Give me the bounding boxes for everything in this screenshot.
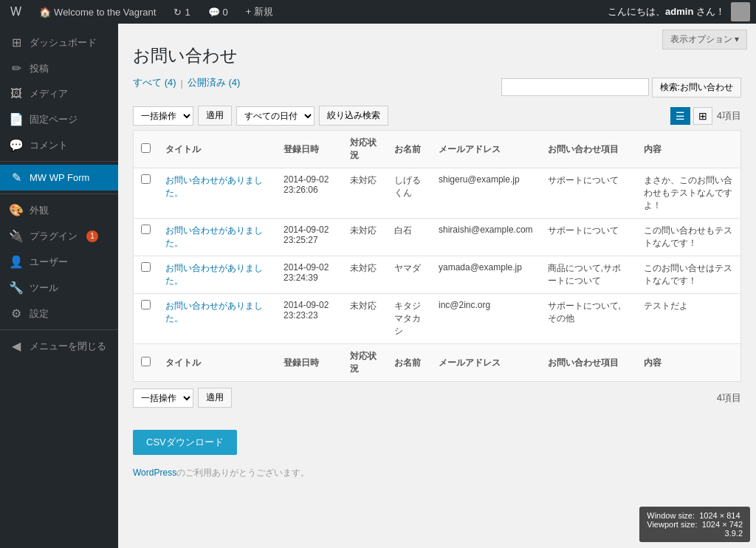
row-checkbox-2[interactable] <box>141 262 151 272</box>
sidebar-label-appearance: 外観 <box>30 204 49 217</box>
item-count-top: 4項目 <box>717 109 741 123</box>
sidebar-label-posts: 投稿 <box>30 62 49 75</box>
sidebar-label-dashboard: ダッシュボード <box>30 36 97 49</box>
row-title-link[interactable]: お問い合わせがありました。 <box>165 263 263 286</box>
wp-logo-button[interactable]: W <box>6 5 26 18</box>
page-title: お問い合わせ <box>133 44 741 67</box>
sidebar-item-media[interactable]: 🖼 メディア <box>0 81 118 106</box>
plugins-icon: 🔌 <box>9 229 24 243</box>
updates-link[interactable]: ↻ 1 <box>169 7 194 18</box>
row-status-cell: 未対応 <box>343 294 387 344</box>
row-checkbox-0[interactable] <box>141 174 151 184</box>
sidebar-item-mwwpform[interactable]: ✎ MW WP Form <box>0 165 118 191</box>
row-title-link[interactable]: お問い合わせがありました。 <box>165 225 263 248</box>
row-subject-cell: サポートについて <box>540 168 636 219</box>
sidebar-item-comments[interactable]: 💬 コメント <box>0 132 118 158</box>
row-title-cell: お問い合わせがありました。 <box>158 256 276 294</box>
csv-section: CSVダウンロード <box>133 430 741 455</box>
sidebar-item-users[interactable]: 👤 ユーザー <box>0 249 118 275</box>
appearance-icon: 🎨 <box>9 203 24 217</box>
sidebar-item-tools[interactable]: 🔧 ツール <box>0 275 118 301</box>
sidebar-item-dashboard[interactable]: ⊞ ダッシュボード <box>0 30 118 55</box>
filter-button[interactable]: 絞り込み検索 <box>319 106 388 126</box>
grid-view-button[interactable]: ⊞ <box>693 107 712 125</box>
select-all-checkbox-top[interactable] <box>141 143 151 153</box>
col-header-name: お名前 <box>387 131 431 168</box>
apply-button-top[interactable]: 適用 <box>198 106 232 126</box>
row-subject-cell: 商品について,サポートについて <box>540 256 636 294</box>
sidebar-label-plugins: プラグイン <box>30 230 78 243</box>
col-footer-email: メールアドレス <box>431 344 540 382</box>
posts-icon: ✏ <box>9 61 24 75</box>
csv-download-button[interactable]: CSVダウンロード <box>133 430 237 455</box>
row-title-link[interactable]: お問い合わせがありました。 <box>165 301 263 323</box>
col-header-status: 対応状況 <box>343 131 387 168</box>
plugins-badge: 1 <box>86 230 98 242</box>
filter-all-link[interactable]: すべて (4) <box>133 76 176 89</box>
sidebar-label-settings: 設定 <box>30 307 49 321</box>
display-options-button[interactable]: 表示オプション ▾ <box>662 30 747 49</box>
sidebar-item-pages[interactable]: 📄 固定ページ <box>0 106 118 132</box>
sidebar-label-users: ユーザー <box>30 256 68 269</box>
row-name-cell: 白石 <box>387 219 431 256</box>
row-date-cell: 2014-09-02 23:25:27 <box>276 219 343 256</box>
col-footer-status: 対応状況 <box>343 344 387 382</box>
row-checkbox-cell <box>134 168 159 219</box>
col-footer-content: 内容 <box>636 344 741 382</box>
row-email-cell: inc@2inc.org <box>431 294 540 344</box>
row-status-cell: 未対応 <box>343 256 387 294</box>
admin-avatar <box>731 2 750 21</box>
tablenav-bottom: 一括操作 適用 4項目 <box>133 388 741 408</box>
col-header-checkbox <box>134 131 159 168</box>
comments-link[interactable]: 💬 0 <box>204 7 233 18</box>
wordpress-link[interactable]: WordPress <box>133 467 176 478</box>
sidebar-item-posts[interactable]: ✏ 投稿 <box>0 55 118 81</box>
bulk-action-select-bottom[interactable]: 一括操作 <box>133 388 193 408</box>
date-filter-select[interactable]: すべての日付 <box>236 106 315 126</box>
row-checkbox-cell <box>134 294 159 344</box>
row-content-cell: このお問い合せはテストなんです！ <box>636 256 741 294</box>
row-content-cell: この問い合わせもテストなんです！ <box>636 219 741 256</box>
comments-sidebar-icon: 💬 <box>9 138 24 152</box>
update-count: 1 <box>185 7 190 18</box>
dashboard-icon: ⊞ <box>9 35 24 49</box>
row-status-cell: 未対応 <box>343 219 387 256</box>
sidebar-label-mwwpform: MW WP Form <box>30 172 89 183</box>
mwwpform-icon: ✎ <box>9 171 24 185</box>
site-name: Welcome to the Vagrant <box>54 7 156 18</box>
apply-button-bottom[interactable]: 適用 <box>198 388 232 408</box>
filter-published-link[interactable]: 公開済み (4) <box>188 76 241 89</box>
table-row: お問い合わせがありました。 2014-09-02 23:24:39 未対応 ヤマ… <box>134 256 741 294</box>
sidebar-label-pages: 固定ページ <box>30 113 78 126</box>
sidebar-collapse-button[interactable]: ◀ メニューを閉じる <box>0 333 118 359</box>
users-icon: 👤 <box>9 255 24 269</box>
search-button[interactable]: 検索:お問い合わせ <box>652 78 741 97</box>
row-checkbox-3[interactable] <box>141 300 151 309</box>
col-footer-checkbox <box>134 344 159 382</box>
bulk-action-select-top[interactable]: 一括操作 <box>133 106 193 126</box>
row-title-cell: お問い合わせがありました。 <box>158 219 276 256</box>
list-view-button[interactable]: ☰ <box>670 107 690 125</box>
tools-icon: 🔧 <box>9 281 24 295</box>
row-checkbox-1[interactable] <box>141 225 151 234</box>
col-header-subject: お問い合わせ項目 <box>540 131 636 168</box>
search-input[interactable] <box>501 78 649 96</box>
table-footer-row: タイトル 登録日時 対応状況 お名前 メールアドレス お問い <box>134 344 741 382</box>
col-header-date: 登録日時 <box>276 131 343 168</box>
site-name-link[interactable]: 🏠 Welcome to the Vagrant <box>35 7 160 18</box>
sidebar-label-media: メディア <box>30 87 68 100</box>
new-content-button[interactable]: + 新規 <box>241 5 278 18</box>
view-toggle: ☰ ⊞ <box>670 107 712 125</box>
row-title-link[interactable]: お問い合わせがありました。 <box>165 175 263 198</box>
row-content-cell: まさか、このお問い合わせもテストなんですよ！ <box>636 168 741 219</box>
sidebar-item-plugins[interactable]: 🔌 プラグイン 1 <box>0 223 118 249</box>
row-name-cell: しげるくん <box>387 168 431 219</box>
sidebar-item-settings[interactable]: ⚙ 設定 <box>0 301 118 326</box>
select-all-checkbox-bottom[interactable] <box>141 357 151 366</box>
sidebar-item-appearance[interactable]: 🎨 外観 <box>0 197 118 223</box>
row-email-cell: yamada@example.jp <box>431 256 540 294</box>
col-footer-date: 登録日時 <box>276 344 343 382</box>
collapse-icon: ◀ <box>9 339 24 353</box>
comment-count: 0 <box>223 7 228 18</box>
item-count-bottom: 4項目 <box>717 392 741 403</box>
